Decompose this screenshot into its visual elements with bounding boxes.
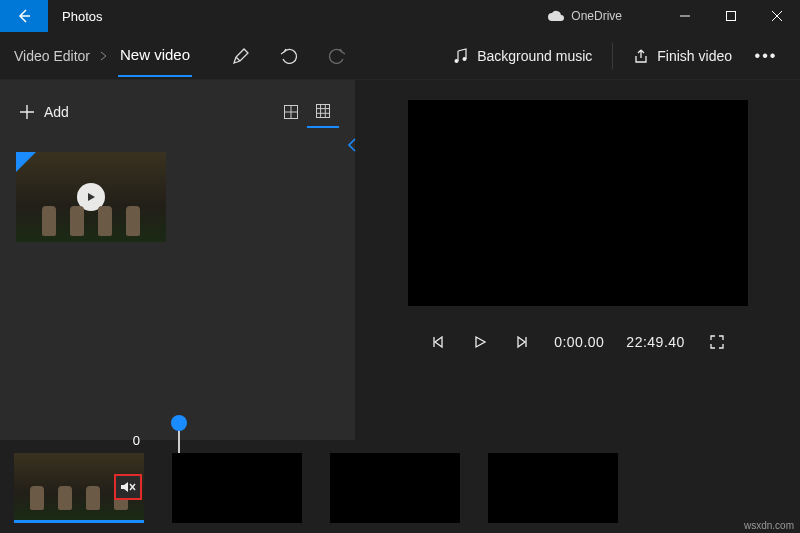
storyboard[interactable]: 0 — [0, 441, 800, 533]
storyboard-clip[interactable]: 0 — [14, 453, 144, 523]
rename-button[interactable] — [220, 36, 262, 76]
maximize-button[interactable] — [708, 0, 754, 32]
total-time: 22:49.40 — [626, 334, 685, 350]
toolbar: Video Editor New video Background music … — [0, 32, 800, 80]
collapse-library-button[interactable] — [347, 138, 357, 152]
redo-icon — [328, 47, 346, 65]
fullscreen-icon — [710, 335, 724, 349]
grid-large-icon — [284, 105, 298, 119]
current-time: 0:00.00 — [554, 334, 604, 350]
onedrive-status[interactable]: OneDrive — [547, 9, 622, 23]
play-icon — [86, 192, 96, 202]
grid-small-icon — [316, 104, 330, 118]
step-back-icon — [431, 335, 445, 349]
app-title: Photos — [62, 9, 102, 24]
step-forward-icon — [515, 335, 529, 349]
redo-button[interactable] — [316, 36, 358, 76]
arrow-left-icon — [16, 8, 32, 24]
video-preview[interactable] — [408, 100, 748, 306]
title-bar: Photos OneDrive — [0, 0, 800, 32]
storyboard-slot[interactable] — [330, 453, 460, 523]
view-large-button[interactable] — [275, 96, 307, 128]
tab-new-video[interactable]: New video — [118, 34, 192, 77]
project-library: Add — [0, 80, 355, 440]
chevron-right-icon — [100, 51, 108, 61]
svg-point-1 — [455, 59, 459, 63]
clip-duration: 0 — [133, 433, 140, 448]
cloud-icon — [547, 10, 565, 22]
play-button[interactable] — [470, 332, 490, 352]
speaker-mute-icon — [120, 480, 136, 494]
close-button[interactable] — [754, 0, 800, 32]
undo-icon — [280, 47, 298, 65]
plus-icon — [20, 105, 34, 119]
next-frame-button[interactable] — [512, 332, 532, 352]
add-button[interactable]: Add — [16, 98, 73, 126]
watermark: wsxdn.com — [744, 520, 794, 531]
library-clip-thumbnail[interactable] — [16, 152, 166, 242]
main-area: Add — [0, 80, 800, 440]
storyboard-slot[interactable] — [488, 453, 618, 523]
svg-rect-4 — [317, 105, 330, 118]
play-icon — [473, 335, 487, 349]
more-button[interactable]: ••• — [746, 47, 786, 65]
finish-video-button[interactable]: Finish video — [619, 32, 746, 80]
export-icon — [633, 48, 649, 64]
fullscreen-button[interactable] — [707, 332, 727, 352]
minimize-button[interactable] — [662, 0, 708, 32]
playback-controls: 0:00.00 22:49.40 — [398, 332, 758, 352]
breadcrumb-root[interactable]: Video Editor — [14, 48, 90, 64]
view-toggle — [275, 96, 339, 128]
preview-pane: 0:00.00 22:49.40 — [355, 80, 800, 440]
storyboard-slot[interactable] — [172, 453, 302, 523]
svg-point-2 — [463, 57, 467, 61]
prev-frame-button[interactable] — [428, 332, 448, 352]
chevron-left-icon — [347, 138, 357, 152]
svg-rect-0 — [727, 12, 736, 21]
mute-button[interactable] — [114, 474, 142, 500]
undo-button[interactable] — [268, 36, 310, 76]
divider — [612, 43, 613, 69]
background-music-button[interactable]: Background music — [439, 32, 606, 80]
back-button[interactable] — [0, 0, 48, 32]
window-controls — [662, 0, 800, 32]
view-small-button[interactable] — [307, 96, 339, 128]
music-icon — [453, 48, 469, 64]
pencil-icon — [232, 47, 250, 65]
